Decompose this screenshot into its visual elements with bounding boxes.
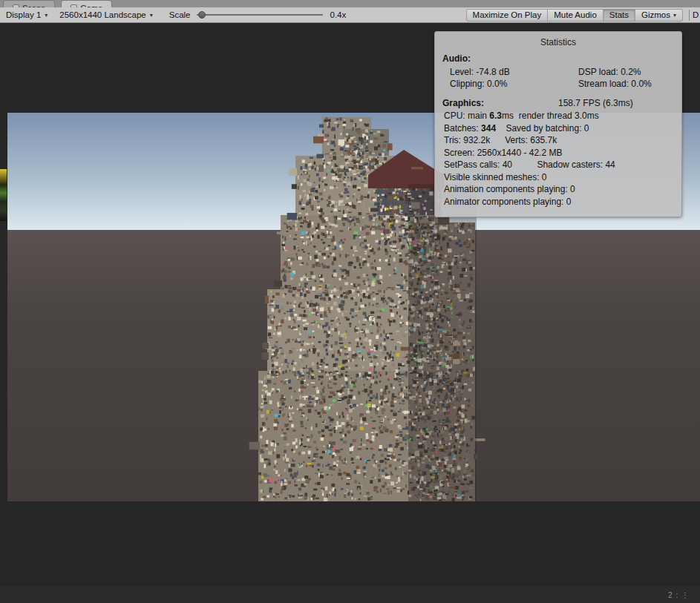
game-view-toolbar: Display 1 ▾ 2560x1440 Landscape ▾ Scale … — [0, 7, 700, 23]
scale-value: 0.4x — [330, 10, 357, 19]
scene-edge-object — [0, 169, 7, 221]
tab-scene[interactable]: Scene — [3, 0, 55, 7]
toolbar-separator — [689, 10, 690, 21]
toolbar-button-group: Maximize On Play Mute Audio Stats Gizmos… — [466, 9, 683, 22]
resolution-dropdown-label: 2560x1440 Landscape — [59, 10, 145, 19]
audio-header: Audio: — [441, 53, 676, 64]
editor-tab-strip: Scene Game — [0, 0, 700, 7]
audio-rows: Level: -74.8 dBDSP load: 0.2%Clipping: 0… — [441, 66, 676, 90]
bottom-strip — [0, 586, 700, 603]
unity-game-view-window: Scene Game Display 1 ▾ 2560x1440 Landsca… — [0, 0, 700, 603]
graphics-lines: CPU: main 6.3ms render thread 3.0msBatch… — [441, 110, 676, 208]
mute-audio-label: Mute Audio — [554, 10, 597, 19]
scale-label: Scale — [169, 10, 191, 19]
graphics-line: Animation components playing: 0 — [441, 183, 676, 196]
resolution-dropdown[interactable]: 2560x1440 Landscape ▾ — [53, 7, 158, 22]
display-dropdown-label: Display 1 — [6, 10, 41, 19]
display-dropdown[interactable]: Display 1 ▾ — [0, 7, 53, 22]
stats-title: Statistics — [441, 37, 676, 47]
graphics-header-row: Graphics: 158.7 FPS (6.3ms) — [441, 98, 676, 108]
maximize-on-play-button[interactable]: Maximize On Play — [466, 9, 549, 22]
audio-row: Clipping: 0.0%Stream load: 0.0% — [441, 78, 676, 90]
graphics-line: SetPass calls: 40 Shadow casters: 44 — [441, 159, 676, 171]
game-area: Statistics Audio: Level: -74.8 dBDSP loa… — [0, 23, 700, 603]
graphics-line: Animator components playing: 0 — [441, 196, 676, 208]
gizmos-label: Gizmos — [641, 10, 670, 19]
stats-button[interactable]: Stats — [603, 9, 635, 22]
gizmos-dropdown[interactable]: Gizmos ▾ — [635, 9, 683, 22]
graphics-line: Tris: 932.2k Verts: 635.7k — [441, 134, 676, 147]
graphics-line: Visible skinned meshes: 0 — [441, 171, 676, 184]
chevron-down-icon: ▾ — [673, 12, 676, 19]
maximize-on-play-label: Maximize On Play — [473, 10, 542, 19]
scale-slider-knob[interactable] — [198, 11, 206, 19]
mute-audio-button[interactable]: Mute Audio — [548, 9, 603, 22]
stats-label: Stats — [609, 10, 629, 19]
scale-slider[interactable] — [197, 10, 323, 20]
clipped-panel-label: D — [693, 10, 700, 19]
graphics-line: Screen: 2560x1440 - 42.2 MB — [441, 147, 676, 159]
graphics-line: Batches: 344 Saved by batching: 0 — [441, 122, 676, 135]
graphics-header: Graphics: — [442, 98, 558, 108]
scale-slider-track — [197, 14, 323, 16]
chevron-down-icon: ▾ — [45, 12, 48, 19]
stats-panel: Statistics Audio: Level: -74.8 dBDSP loa… — [434, 31, 682, 217]
fps-readout: 158.7 FPS (6.3ms) — [558, 98, 633, 108]
graphics-line: CPU: main 6.3ms render thread 3.0ms — [441, 110, 676, 122]
chevron-down-icon: ▾ — [150, 12, 153, 19]
audio-row: Level: -74.8 dBDSP load: 0.2% — [441, 66, 676, 78]
tab-game[interactable]: Game — [61, 0, 112, 7]
status-corner: 2 : ⋮ — [668, 591, 690, 599]
